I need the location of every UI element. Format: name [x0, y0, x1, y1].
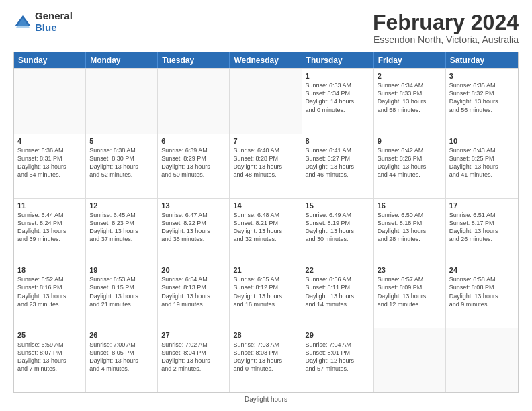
calendar-cell: 11Sunrise: 6:44 AMSunset: 8:24 PMDayligh… [14, 199, 86, 263]
day-detail: Sunrise: 6:38 AMSunset: 8:30 PMDaylight:… [89, 146, 154, 179]
day-number: 2 [378, 72, 442, 80]
calendar-cell: 26Sunrise: 7:00 AMSunset: 8:05 PMDayligh… [86, 328, 158, 392]
calendar-cell: 9Sunrise: 6:42 AMSunset: 8:26 PMDaylight… [374, 134, 446, 198]
calendar-cell: 21Sunrise: 6:55 AMSunset: 8:12 PMDayligh… [230, 263, 302, 327]
calendar-row-4: 18Sunrise: 6:52 AMSunset: 8:16 PMDayligh… [14, 263, 518, 327]
calendar-row-5: 25Sunrise: 6:59 AMSunset: 8:07 PMDayligh… [14, 328, 518, 392]
calendar-cell: 24Sunrise: 6:58 AMSunset: 8:08 PMDayligh… [446, 263, 518, 327]
page-header: General Blue February 2024 Essendon Nort… [13, 11, 519, 45]
footer-note: Daylight hours [13, 396, 519, 403]
calendar-cell [86, 69, 158, 133]
day-number: 7 [233, 137, 298, 145]
calendar-cell: 27Sunrise: 7:02 AMSunset: 8:04 PMDayligh… [158, 328, 230, 392]
day-header-sunday: Sunday [14, 52, 86, 68]
day-detail: Sunrise: 6:58 AMSunset: 8:08 PMDaylight:… [449, 275, 515, 308]
day-number: 10 [449, 137, 515, 145]
day-detail: Sunrise: 6:52 AMSunset: 8:16 PMDaylight:… [17, 275, 82, 308]
calendar-cell: 14Sunrise: 6:48 AMSunset: 8:21 PMDayligh… [230, 199, 302, 263]
calendar-cell: 15Sunrise: 6:49 AMSunset: 8:19 PMDayligh… [302, 199, 374, 263]
day-detail: Sunrise: 6:53 AMSunset: 8:15 PMDaylight:… [89, 275, 154, 308]
day-number: 6 [161, 137, 226, 145]
day-number: 24 [449, 266, 515, 274]
day-detail: Sunrise: 6:42 AMSunset: 8:26 PMDaylight:… [378, 146, 442, 179]
calendar-cell: 1Sunrise: 6:33 AMSunset: 8:34 PMDaylight… [302, 69, 374, 133]
calendar-row-3: 11Sunrise: 6:44 AMSunset: 8:24 PMDayligh… [14, 198, 518, 263]
day-detail: Sunrise: 6:54 AMSunset: 8:13 PMDaylight:… [161, 275, 226, 308]
calendar-cell: 4Sunrise: 6:36 AMSunset: 8:31 PMDaylight… [14, 134, 86, 198]
day-detail: Sunrise: 7:00 AMSunset: 8:05 PMDaylight:… [89, 340, 154, 373]
day-detail: Sunrise: 7:02 AMSunset: 8:04 PMDaylight:… [161, 340, 226, 373]
calendar-cell: 25Sunrise: 6:59 AMSunset: 8:07 PMDayligh… [14, 328, 86, 392]
day-detail: Sunrise: 6:44 AMSunset: 8:24 PMDaylight:… [17, 211, 82, 244]
day-detail: Sunrise: 6:40 AMSunset: 8:28 PMDaylight:… [233, 146, 298, 179]
day-detail: Sunrise: 6:48 AMSunset: 8:21 PMDaylight:… [233, 211, 298, 244]
logo-general: General [35, 11, 73, 22]
day-header-saturday: Saturday [446, 52, 518, 68]
calendar-cell: 8Sunrise: 6:41 AMSunset: 8:27 PMDaylight… [302, 134, 374, 198]
calendar-row-1: 1Sunrise: 6:33 AMSunset: 8:34 PMDaylight… [14, 68, 518, 133]
day-number: 22 [306, 266, 370, 274]
calendar-cell: 10Sunrise: 6:43 AMSunset: 8:25 PMDayligh… [446, 134, 518, 198]
calendar-cell: 29Sunrise: 7:04 AMSunset: 8:01 PMDayligh… [302, 328, 374, 392]
calendar-body: 1Sunrise: 6:33 AMSunset: 8:34 PMDaylight… [14, 68, 518, 392]
calendar-cell [446, 328, 518, 392]
day-header-thursday: Thursday [302, 52, 374, 68]
day-detail: Sunrise: 6:34 AMSunset: 8:33 PMDaylight:… [378, 81, 442, 114]
calendar-cell: 13Sunrise: 6:47 AMSunset: 8:22 PMDayligh… [158, 199, 230, 263]
calendar-row-2: 4Sunrise: 6:36 AMSunset: 8:31 PMDaylight… [14, 134, 518, 198]
calendar-cell: 17Sunrise: 6:51 AMSunset: 8:17 PMDayligh… [446, 199, 518, 263]
day-number: 9 [378, 137, 442, 145]
calendar-cell: 28Sunrise: 7:03 AMSunset: 8:03 PMDayligh… [230, 328, 302, 392]
day-number: 18 [17, 266, 82, 274]
calendar: SundayMondayTuesdayWednesdayThursdayFrid… [13, 52, 519, 393]
day-number: 27 [161, 331, 226, 339]
calendar-cell [230, 69, 302, 133]
calendar-cell: 5Sunrise: 6:38 AMSunset: 8:30 PMDaylight… [86, 134, 158, 198]
day-header-monday: Monday [86, 52, 158, 68]
calendar-cell: 7Sunrise: 6:40 AMSunset: 8:28 PMDaylight… [230, 134, 302, 198]
calendar-cell: 20Sunrise: 6:54 AMSunset: 8:13 PMDayligh… [158, 263, 230, 327]
calendar-cell: 2Sunrise: 6:34 AMSunset: 8:33 PMDaylight… [374, 69, 446, 133]
calendar-cell: 12Sunrise: 6:45 AMSunset: 8:23 PMDayligh… [86, 199, 158, 263]
title-block: February 2024 Essendon North, Victoria, … [373, 11, 519, 45]
day-header-tuesday: Tuesday [158, 52, 230, 68]
day-detail: Sunrise: 6:50 AMSunset: 8:18 PMDaylight:… [378, 211, 442, 244]
calendar-header: SundayMondayTuesdayWednesdayThursdayFrid… [14, 52, 518, 68]
day-number: 16 [378, 201, 442, 210]
day-detail: Sunrise: 6:49 AMSunset: 8:19 PMDaylight:… [306, 211, 370, 244]
day-number: 23 [378, 266, 442, 274]
day-number: 21 [233, 266, 298, 274]
calendar-cell: 18Sunrise: 6:52 AMSunset: 8:16 PMDayligh… [14, 263, 86, 327]
day-detail: Sunrise: 6:39 AMSunset: 8:29 PMDaylight:… [161, 146, 226, 179]
day-number: 11 [17, 201, 82, 210]
calendar-cell [374, 328, 446, 392]
day-detail: Sunrise: 6:57 AMSunset: 8:09 PMDaylight:… [378, 275, 442, 308]
day-detail: Sunrise: 6:41 AMSunset: 8:27 PMDaylight:… [306, 146, 370, 179]
calendar-cell: 3Sunrise: 6:35 AMSunset: 8:32 PMDaylight… [446, 69, 518, 133]
day-number: 5 [89, 137, 154, 145]
calendar-page: General Blue February 2024 Essendon Nort… [0, 0, 532, 411]
day-number: 3 [449, 72, 515, 80]
day-detail: Sunrise: 6:47 AMSunset: 8:22 PMDaylight:… [161, 211, 226, 244]
day-detail: Sunrise: 6:45 AMSunset: 8:23 PMDaylight:… [89, 211, 154, 244]
day-number: 20 [161, 266, 226, 274]
day-number: 8 [306, 137, 370, 145]
location-title: Essendon North, Victoria, Australia [373, 34, 519, 45]
logo-text: General Blue [35, 11, 73, 33]
day-number: 28 [233, 331, 298, 339]
day-number: 25 [17, 331, 82, 339]
logo-blue: Blue [35, 22, 73, 34]
day-detail: Sunrise: 6:55 AMSunset: 8:12 PMDaylight:… [233, 275, 298, 308]
day-detail: Sunrise: 7:04 AMSunset: 8:01 PMDaylight:… [306, 340, 370, 373]
day-header-wednesday: Wednesday [230, 52, 302, 68]
calendar-cell: 16Sunrise: 6:50 AMSunset: 8:18 PMDayligh… [374, 199, 446, 263]
calendar-cell: 6Sunrise: 6:39 AMSunset: 8:29 PMDaylight… [158, 134, 230, 198]
day-detail: Sunrise: 6:51 AMSunset: 8:17 PMDaylight:… [449, 211, 515, 244]
calendar-cell: 22Sunrise: 6:56 AMSunset: 8:11 PMDayligh… [302, 263, 374, 327]
day-detail: Sunrise: 6:59 AMSunset: 8:07 PMDaylight:… [17, 340, 82, 373]
calendar-cell: 23Sunrise: 6:57 AMSunset: 8:09 PMDayligh… [374, 263, 446, 327]
day-detail: Sunrise: 6:33 AMSunset: 8:34 PMDaylight:… [306, 81, 370, 114]
day-number: 12 [89, 201, 154, 210]
day-detail: Sunrise: 6:43 AMSunset: 8:25 PMDaylight:… [449, 146, 515, 179]
day-detail: Sunrise: 6:36 AMSunset: 8:31 PMDaylight:… [17, 146, 82, 179]
